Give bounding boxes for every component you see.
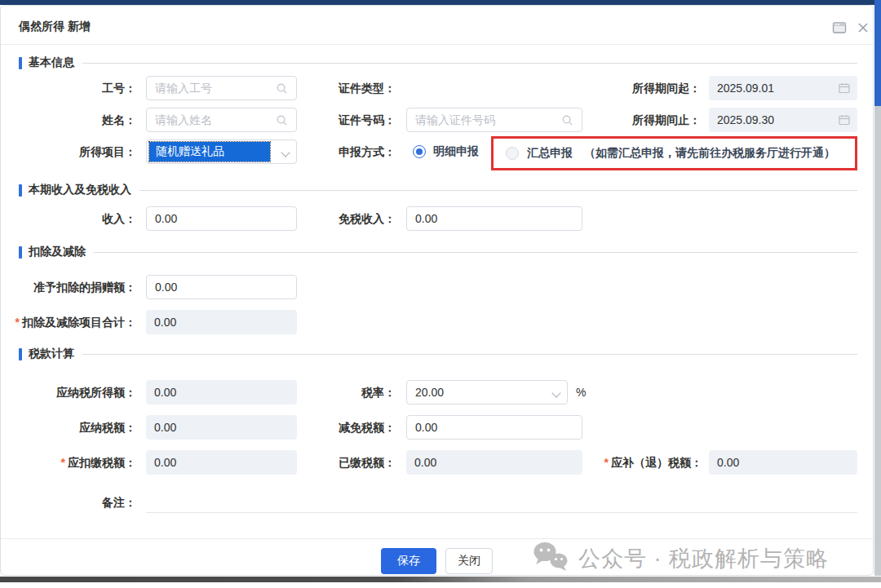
tax-due-refund-label-text: 应补（退）税额：	[611, 456, 702, 469]
search-icon[interactable]	[560, 113, 573, 126]
required-asterisk: *	[61, 456, 65, 469]
dialog-title: 偶然所得 新增	[19, 20, 91, 34]
section-current-income: 本期收入及免税收入	[19, 183, 857, 197]
required-asterisk: *	[15, 316, 20, 329]
radio-detail-declare[interactable]	[413, 145, 426, 158]
period-start-field[interactable]: 2025.09.01	[709, 76, 857, 100]
radio-detail-label: 明细申报	[433, 144, 479, 159]
deductible-donation-input[interactable]	[146, 275, 297, 299]
deduction-total-field: 0.00	[146, 310, 297, 334]
deductible-donation-label: 准予扣除的捐赠额：	[1, 275, 136, 299]
id-number-input[interactable]	[406, 108, 582, 132]
tax-rate-select[interactable]: 20.00	[406, 380, 568, 405]
tax-rate-value: 20.00	[407, 386, 444, 399]
period-end-label: 所得期间止：	[582, 108, 701, 132]
save-button[interactable]: 保存	[381, 548, 436, 574]
tax-payable-field: 0.00	[146, 415, 297, 440]
calendar-icon[interactable]	[838, 82, 851, 95]
remark-input[interactable]	[146, 490, 857, 513]
section-marker	[19, 348, 22, 360]
paid-tax-label: 已缴税额：	[286, 450, 396, 475]
income-item-label: 所得项目：	[1, 139, 136, 164]
chevron-down-icon	[551, 388, 560, 397]
income-label: 收入：	[1, 206, 136, 231]
employee-no-label: 工号：	[1, 76, 136, 100]
tax-rate-unit: %	[576, 380, 586, 405]
period-end-field[interactable]: 2025.09.30	[709, 108, 857, 132]
screen: 偶然所得 新增 基本信息 工号： 证件类型	[0, 0, 881, 588]
name-label: 姓名：	[1, 108, 136, 132]
radio-summary-label: 汇总申报	[527, 146, 573, 161]
page-bottom-edge	[0, 577, 881, 582]
close-icon[interactable]	[854, 20, 872, 36]
taxable-income-label: 应纳税所得额：	[1, 380, 136, 405]
declare-mode-label: 申报方式：	[286, 139, 396, 164]
calendar-icon[interactable]	[838, 113, 851, 126]
page-right-edge-scrollbar[interactable]	[874, 106, 881, 576]
section-marker	[19, 184, 22, 197]
tax-due-refund-label: *应补（退）税额：	[582, 450, 702, 475]
section-rule	[94, 252, 857, 253]
section-title: 基本信息	[29, 55, 74, 70]
titlebar-divider	[1, 44, 874, 45]
deduction-total-label-text: 扣除及减除项目合计：	[22, 316, 136, 329]
income-item-select[interactable]: 随机赠送礼品	[146, 139, 297, 164]
period-start-label: 所得期间起：	[582, 76, 701, 100]
section-rule	[82, 63, 857, 64]
tax-rate-label: 税率：	[286, 380, 396, 405]
section-title: 税款计算	[29, 347, 74, 361]
tax-payable-label: 应纳税额：	[1, 415, 136, 440]
section-title: 本期收入及免税收入	[29, 183, 131, 197]
section-marker	[19, 57, 22, 69]
id-number-label: 证件号码：	[286, 108, 396, 132]
section-rule	[82, 354, 857, 355]
section-marker	[19, 246, 22, 259]
section-rule	[139, 190, 857, 191]
income-input[interactable]	[146, 206, 297, 231]
withholding-tax-label-text: 应扣缴税额：	[68, 456, 136, 469]
withholding-tax-label: *应扣缴税额：	[1, 450, 136, 475]
summary-declare-note: （如需汇总申报，请先前往办税服务厅进行开通）	[584, 146, 835, 161]
watermark-text: 公众号 · 税政解析与策略	[578, 544, 829, 573]
dialog-incidental-income-new: 偶然所得 新增 基本信息 工号： 证件类型	[0, 5, 874, 576]
radio-summary-declare[interactable]	[506, 147, 519, 160]
taxable-income-field: 0.00	[146, 380, 297, 405]
tax-reduction-input[interactable]	[406, 415, 582, 440]
footer-divider	[1, 538, 874, 539]
tax-free-income-input[interactable]	[406, 206, 582, 231]
page-right-edge-blue	[874, 0, 881, 106]
section-tax-calculation: 税款计算	[19, 347, 857, 360]
tax-free-income-label: 免税收入：	[286, 206, 396, 231]
withholding-tax-field: 0.00	[146, 450, 297, 475]
window-icon[interactable]	[830, 20, 848, 36]
remark-label: 备注：	[1, 490, 136, 515]
required-asterisk: *	[604, 456, 609, 469]
section-basic-info: 基本信息	[19, 56, 857, 69]
paid-tax-field: 0.00	[406, 450, 582, 475]
section-deductions: 扣除及减除	[19, 245, 857, 259]
close-button[interactable]: 关闭	[445, 548, 493, 574]
watermark: 公众号 · 税政解析与策略	[533, 541, 829, 577]
deduction-total-label: *扣除及减除项目合计：	[1, 310, 136, 334]
id-type-label: 证件类型：	[286, 76, 396, 100]
wechat-icon	[533, 541, 570, 577]
section-title: 扣除及减除	[29, 245, 86, 259]
declare-mode-detail-option[interactable]: 明细申报	[413, 139, 479, 164]
tax-reduction-label: 减免税额：	[286, 415, 396, 440]
income-item-selected-value: 随机赠送礼品	[149, 142, 270, 161]
red-annotation-box: 汇总申报 （如需汇总申报，请先前往办税服务厅进行开通）	[491, 136, 857, 170]
tax-due-refund-field: 0.00	[709, 450, 857, 475]
